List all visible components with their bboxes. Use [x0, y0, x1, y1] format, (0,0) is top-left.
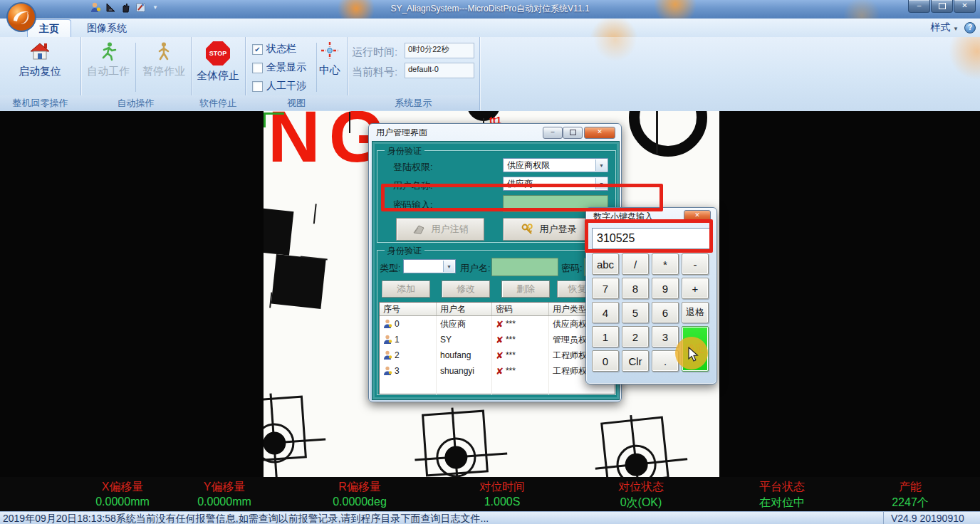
dialog-client-area: 身份验证 登陆权限: 供应商权限 ▼ 用户名称: 供应商 ▼ 密码输入: 用户注…: [372, 141, 620, 400]
start-reset-button[interactable]: 启动复位: [9, 41, 71, 93]
key-9[interactable]: 9: [652, 278, 679, 299]
check-icon: ✔: [254, 46, 260, 53]
modify-button[interactable]: 修改: [442, 281, 490, 298]
add-button[interactable]: 添加: [382, 281, 430, 298]
mouse-cursor-icon: [688, 347, 699, 362]
table-row[interactable]: 3 shuangyi ✘*** 工程师权限: [380, 363, 615, 379]
status-bar: X偏移量0.0000mm Y偏移量0.0000mm R偏移量0.0000deg …: [0, 477, 980, 511]
help-icon[interactable]: ?: [964, 22, 976, 33]
ruler-tool-icon[interactable]: [105, 1, 117, 14]
auto-work-button[interactable]: 自动工作: [78, 41, 139, 93]
key-abc[interactable]: abc: [592, 253, 619, 275]
key-divide[interactable]: /: [622, 253, 649, 275]
checker-fiducial: [264, 197, 333, 313]
ribbon: 启动复位 整机回零操作 自动工作 暂停作业 自动操作 STOP 全体停止 软件停…: [0, 37, 980, 112]
maximize-icon: [939, 3, 946, 9]
table-row-empty: [380, 379, 615, 394]
table-row[interactable]: 2 houfang ✘*** 工程师权限: [380, 347, 615, 363]
group-label-home-reset: 整机回零操作: [0, 95, 80, 110]
key-multiply[interactable]: *: [652, 253, 679, 275]
key-3[interactable]: 3: [652, 326, 679, 347]
stop-all-button[interactable]: STOP 全体停止: [187, 41, 249, 93]
key-clr[interactable]: Clr: [622, 350, 649, 372]
key-2[interactable]: 2: [622, 326, 649, 347]
checkbox-statusbar[interactable]: ✔ 状态栏: [252, 43, 296, 56]
cross-mark-icon: ✘: [496, 366, 504, 377]
crosshair-icon: [320, 41, 339, 60]
group-label-system-display: 系统显示: [348, 95, 479, 110]
group-label-auto: 自动操作: [80, 95, 191, 110]
checkbox-icon: [252, 63, 263, 73]
chevron-down-icon[interactable]: ▼: [443, 261, 454, 272]
checkbox-manual[interactable]: 人工干涉: [252, 80, 306, 93]
ribbon-group-view: ✔ 状态栏 全景显示 人工干涉 中心 视图: [245, 37, 348, 110]
key-5[interactable]: 5: [622, 302, 649, 323]
manage-auth-group: 身份验证 类型: ▼ 用户名: 密码: 添加 修改 删除 恢复初始 序号 用户名…: [377, 250, 616, 395]
settings-tool-icon[interactable]: [135, 1, 147, 14]
chevron-down-icon[interactable]: ▼: [595, 159, 607, 171]
permission-select[interactable]: 供应商权限 ▼: [503, 158, 608, 172]
user-logout-button[interactable]: 用户注销: [396, 218, 484, 241]
checkbox-manual-label: 人工干涉: [266, 80, 306, 93]
keypad-input-highlight-annotation: [585, 219, 713, 253]
checkbox-icon: [252, 81, 263, 92]
key-plus[interactable]: +: [682, 278, 709, 299]
dialog-close-button[interactable]: ✕: [584, 127, 615, 139]
pause-man-icon: [154, 41, 174, 61]
ring-fiducial: [629, 111, 707, 157]
key-minus[interactable]: -: [682, 253, 709, 275]
key-1[interactable]: 1: [592, 326, 619, 347]
cross-fiducial: [590, 410, 692, 477]
auto-work-label: 自动工作: [87, 65, 130, 78]
key-backspace[interactable]: 退格: [682, 302, 709, 323]
user-icon: [383, 319, 392, 329]
title-bar: SY_AliagnSystem---MicroDistPro自动对位系统V11.…: [0, 0, 980, 19]
user-logout-label: 用户注销: [432, 223, 469, 236]
new-username-label: 用户名:: [460, 262, 491, 275]
ribbon-tab-row: 主页 图像系统 样式 ▼ ?: [0, 19, 980, 37]
quick-access-toolbar: ▼: [90, 1, 158, 14]
delete-button[interactable]: 删除: [501, 281, 550, 298]
dialog-restore-button[interactable]: [563, 127, 583, 139]
version-text: V24.9 20190910: [891, 512, 964, 524]
table-row[interactable]: 1 SY ✘*** 管理员权限: [380, 332, 615, 347]
key-4[interactable]: 4: [592, 302, 619, 323]
tab-image-system[interactable]: 图像系统: [75, 19, 138, 36]
mark-tick: [349, 112, 350, 133]
key-0[interactable]: 0: [592, 350, 619, 372]
col-username: 用户名: [437, 303, 492, 315]
checkbox-panorama[interactable]: 全景显示: [252, 61, 306, 74]
application-orb[interactable]: [5, 1, 38, 33]
user-table[interactable]: 序号 用户名 密码 用户类型 0 供应商 ✘*** 供应商权限 1 SY ✘**…: [379, 302, 615, 394]
close-button[interactable]: ✕: [954, 0, 976, 13]
key-8[interactable]: 8: [622, 278, 649, 299]
minimize-button[interactable]: –: [908, 0, 930, 13]
stop-all-label: 全体停止: [197, 69, 239, 83]
start-reset-label: 启动复位: [19, 65, 61, 78]
cross-fiducial: [264, 390, 328, 477]
pause-job-button[interactable]: 暂停作业: [133, 41, 194, 93]
version-box: V24.9 20190910: [883, 512, 980, 524]
key-6[interactable]: 6: [652, 302, 679, 323]
type-select[interactable]: ▼: [403, 259, 456, 273]
new-username-input[interactable]: [491, 258, 558, 276]
center-button[interactable]: 中心: [313, 41, 346, 93]
dialog-minimize-button[interactable]: –: [543, 127, 563, 139]
col-index: 序号: [380, 303, 437, 315]
logout-icon: [412, 224, 427, 235]
cross-mark-icon: ✘: [496, 319, 504, 330]
key-7[interactable]: 7: [592, 278, 619, 299]
user-icon: [383, 366, 392, 376]
window-controls: – ✕: [908, 0, 976, 13]
user-tool-icon[interactable]: [90, 1, 102, 14]
table-header-row: 序号 用户名 密码 用户类型: [380, 303, 615, 316]
col-password: 密码: [492, 303, 549, 315]
hand-tool-icon[interactable]: [120, 1, 132, 14]
log-message: 2019年09月20日18:13:58系统当前没有任何报警信息,如需查询以前报警…: [3, 512, 489, 524]
maximize-button[interactable]: [931, 0, 953, 13]
user-login-button[interactable]: 用户登录: [503, 218, 594, 241]
table-row[interactable]: 0 供应商 ✘*** 供应商权限: [380, 316, 615, 332]
style-menu-button[interactable]: 样式 ▼: [930, 21, 959, 34]
qat-dropdown-icon[interactable]: ▼: [152, 4, 158, 11]
cross-mark-icon: ✘: [496, 350, 504, 361]
